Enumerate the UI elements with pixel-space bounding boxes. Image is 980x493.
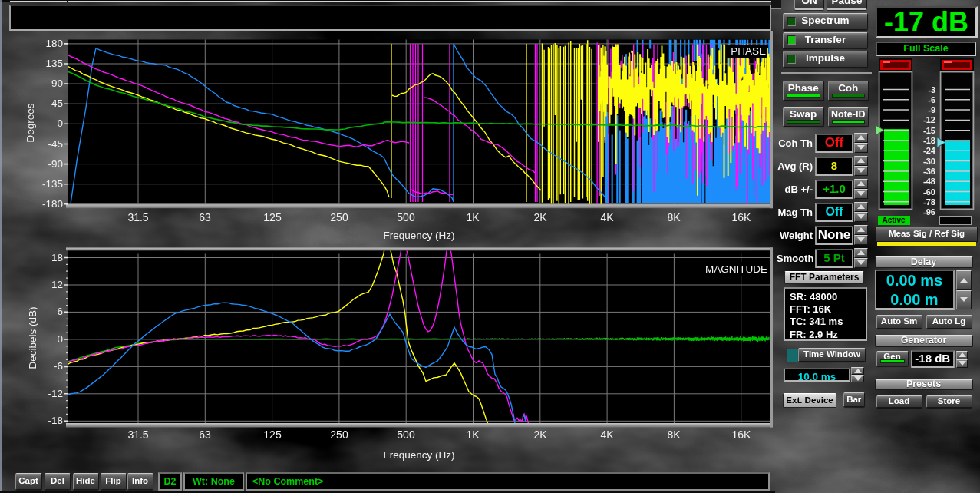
svg-text:-30: -30 [923,157,935,166]
svg-text:-48: -48 [923,177,935,186]
svg-text:-60: -60 [923,187,935,197]
svg-text:-9: -9 [928,105,935,114]
svg-text:-6: -6 [928,95,935,104]
svg-text:-78: -78 [923,197,935,207]
svg-text:-12: -12 [923,115,935,124]
svg-text:-3: -3 [928,85,935,94]
svg-text:-36: -36 [923,167,935,176]
svg-text:-24: -24 [923,146,936,155]
svg-text:-15: -15 [923,126,935,135]
svg-text:-96: -96 [923,207,935,217]
svg-text:-18: -18 [923,136,935,145]
